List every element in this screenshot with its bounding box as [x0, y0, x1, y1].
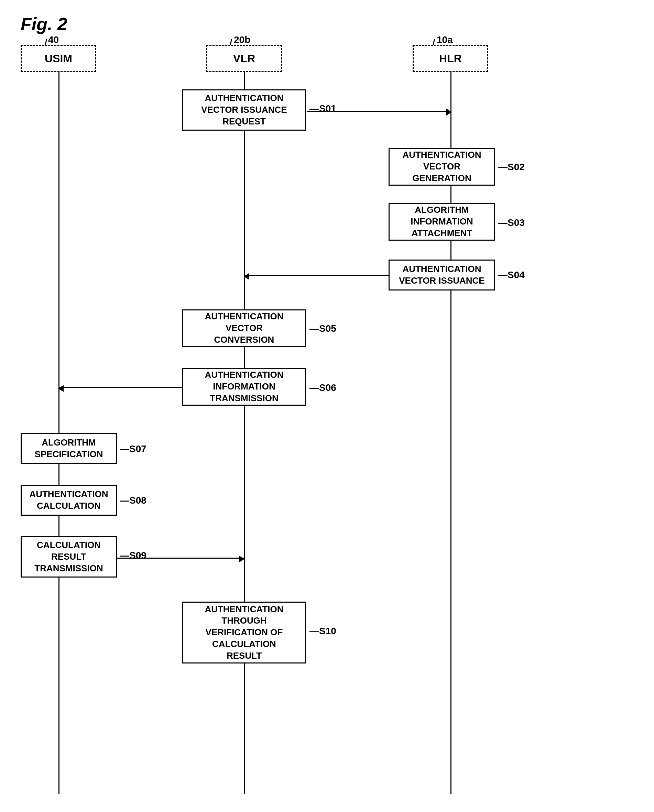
s06-line1: AUTHENTICATION	[205, 369, 283, 381]
vlr-vline	[244, 72, 245, 794]
s07-line1: ALGORITHM	[41, 437, 96, 449]
hlr-number: 10a	[437, 34, 453, 45]
s10-line4: CALCULATION	[212, 638, 276, 650]
s02-line1: AUTHENTICATION	[402, 149, 481, 161]
s01-box: AUTHENTICATION VECTOR ISSUANCE REQUEST	[182, 89, 306, 131]
s09-box: CALCULATION RESULT TRANSMISSION	[21, 536, 117, 577]
s05-line3: CONVERSION	[214, 334, 274, 346]
s08-ref: —S08	[120, 495, 147, 506]
s10-line2: THROUGH	[222, 615, 266, 627]
s01-line2: VECTOR ISSUANCE	[201, 104, 287, 116]
s04-ref: —S04	[498, 270, 525, 281]
s01-line3: REQUEST	[223, 116, 266, 128]
s02-box: AUTHENTICATION VECTOR GENERATION	[388, 148, 495, 186]
s09-arrow	[117, 558, 244, 559]
s01-line1: AUTHENTICATION	[205, 93, 283, 104]
s07-box: ALGORITHM SPECIFICATION	[21, 433, 117, 464]
s01-ref: —S01	[309, 103, 336, 114]
s09-ref: —S09	[120, 550, 147, 561]
s03-line2: INFORMATION	[411, 216, 473, 227]
s09-line1: CALCULATION	[37, 539, 101, 551]
s02-ref: —S02	[498, 162, 525, 172]
s08-line2: CALCULATION	[37, 500, 101, 512]
s03-ref: —S03	[498, 217, 525, 228]
s10-line3: VERIFICATION OF	[206, 627, 283, 638]
s08-line1: AUTHENTICATION	[29, 488, 108, 500]
s06-arrow	[58, 387, 182, 388]
s05-ref: —S05	[309, 323, 336, 334]
s05-line2: VECTOR	[226, 322, 263, 334]
s04-arrow	[244, 275, 388, 276]
usim-number: 40	[48, 34, 59, 45]
vlr-box: VLR	[206, 45, 282, 72]
s07-line2: SPECIFICATION	[35, 449, 103, 460]
usim-box: USIM	[21, 45, 96, 72]
s09-line2: RESULT	[51, 551, 86, 563]
s04-box: AUTHENTICATION VECTOR ISSUANCE	[388, 259, 495, 290]
hlr-box: HLR	[413, 45, 488, 72]
figure-label: Fig. 2	[21, 14, 67, 34]
s03-box: ALGORITHM INFORMATION ATTACHMENT	[388, 203, 495, 241]
s10-ref: —S10	[309, 626, 336, 636]
s10-box: AUTHENTICATION THROUGH VERIFICATION OF C…	[182, 601, 306, 664]
s06-box: AUTHENTICATION INFORMATION TRANSMISSION	[182, 368, 306, 406]
s04-line2: VECTOR ISSUANCE	[399, 275, 484, 287]
s09-line3: TRANSMISSION	[34, 563, 103, 574]
s02-line3: GENERATION	[412, 172, 471, 184]
s05-box: AUTHENTICATION VECTOR CONVERSION	[182, 310, 306, 347]
vlr-number: 20b	[234, 34, 250, 45]
s06-line2: INFORMATION	[213, 381, 275, 392]
s08-box: AUTHENTICATION CALCULATION	[21, 485, 117, 516]
s04-line1: AUTHENTICATION	[402, 263, 481, 275]
s03-line3: ATTACHMENT	[412, 227, 472, 239]
s07-ref: —S07	[120, 443, 147, 455]
s10-line1: AUTHENTICATION	[205, 604, 283, 615]
s06-ref: —S06	[309, 382, 336, 393]
s03-line1: ALGORITHM	[415, 204, 469, 216]
s10-line5: RESULT	[226, 650, 262, 662]
s01-arrow	[307, 111, 451, 112]
s06-line3: TRANSMISSION	[210, 392, 278, 404]
s05-line1: AUTHENTICATION	[205, 311, 283, 322]
s02-line2: VECTOR	[423, 161, 460, 172]
